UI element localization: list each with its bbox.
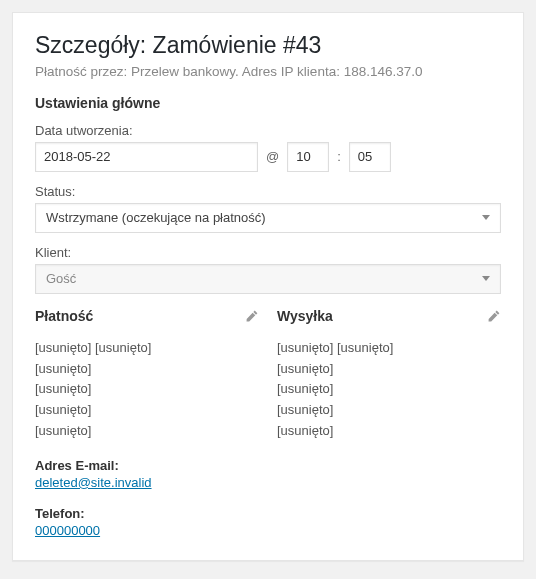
- payment-column: Płatność [usunięto] [usunięto] [usunięto…: [35, 308, 259, 538]
- settings-heading: Ustawienia główne: [35, 95, 501, 111]
- phone-label: Telefon:: [35, 506, 259, 521]
- address-line: [usunięto] [usunięto]: [277, 338, 501, 359]
- address-line: [usunięto]: [277, 359, 501, 380]
- address-line: [usunięto]: [35, 379, 259, 400]
- pencil-icon[interactable]: [245, 309, 259, 323]
- order-details-panel: Szczegóły: Zamówienie #43 Płatność przez…: [12, 12, 524, 561]
- phone-link[interactable]: 000000000: [35, 523, 100, 538]
- minute-input[interactable]: [349, 142, 391, 172]
- email-label: Adres E-mail:: [35, 458, 259, 473]
- client-select[interactable]: Gość: [35, 264, 501, 294]
- email-link[interactable]: deleted@site.invalid: [35, 475, 152, 490]
- address-line: [usunięto]: [35, 359, 259, 380]
- date-label: Data utworzenia:: [35, 123, 501, 138]
- client-value: Gość: [46, 271, 76, 286]
- status-select[interactable]: Wstrzymane (oczekujące na płatność): [35, 203, 501, 233]
- address-line: [usunięto]: [277, 400, 501, 421]
- address-line: [usunięto] [usunięto]: [35, 338, 259, 359]
- chevron-down-icon: [482, 276, 490, 281]
- pencil-icon[interactable]: [487, 309, 501, 323]
- status-label: Status:: [35, 184, 501, 199]
- date-input[interactable]: [35, 142, 258, 172]
- shipping-heading: Wysyłka: [277, 308, 333, 324]
- page-title: Szczegóły: Zamówienie #43: [35, 31, 501, 60]
- address-line: [usunięto]: [35, 400, 259, 421]
- hour-input[interactable]: [287, 142, 329, 172]
- address-line: [usunięto]: [277, 379, 501, 400]
- time-colon: :: [335, 149, 343, 164]
- at-symbol: @: [264, 149, 281, 164]
- status-value: Wstrzymane (oczekujące na płatność): [46, 210, 266, 225]
- payment-heading: Płatność: [35, 308, 93, 324]
- address-line: [usunięto]: [277, 421, 501, 442]
- address-line: [usunięto]: [35, 421, 259, 442]
- chevron-down-icon: [482, 215, 490, 220]
- page-subtitle: Płatność przez: Przelew bankowy. Adres I…: [35, 64, 501, 79]
- shipping-column: Wysyłka [usunięto] [usunięto] [usunięto]…: [277, 308, 501, 538]
- client-label: Klient:: [35, 245, 501, 260]
